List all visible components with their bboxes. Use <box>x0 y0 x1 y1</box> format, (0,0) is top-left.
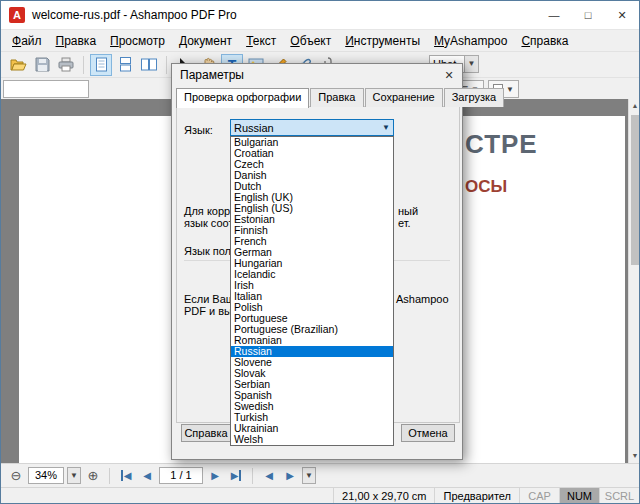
page-size-indicator: 21,00 x 29,70 cm <box>333 488 434 504</box>
dialog-text-fragment: PDF и вы <box>184 305 232 317</box>
zoom-out-button[interactable]: ⊖ <box>7 467 25 485</box>
maximize-icon[interactable]: □ <box>571 1 605 29</box>
language-option[interactable]: Ukrainian <box>231 423 393 434</box>
page-heading-fragment: СТРЕ <box>465 129 538 160</box>
chevron-down-icon[interactable]: ▼ <box>465 55 479 73</box>
language-option[interactable]: Estonian <box>231 214 393 225</box>
caps-lock-indicator: CAP <box>519 488 559 504</box>
menu-Файл[interactable]: Файл <box>5 30 49 52</box>
language-selected-value: Russian <box>234 122 274 134</box>
toolbar-separator <box>166 56 167 74</box>
language-option[interactable]: Portuguese <box>231 313 393 324</box>
app-icon: A <box>9 7 25 23</box>
last-page-button[interactable]: ▶ <box>227 467 245 485</box>
statusbar: 21,00 x 29,70 cm Предварител CAP NUM SCR… <box>1 487 639 504</box>
language-option[interactable]: Spanish <box>231 390 393 401</box>
scroll-up-icon[interactable]: ▲ <box>629 99 640 113</box>
language-option[interactable]: Irish <box>231 280 393 291</box>
language-option[interactable]: Turkish <box>231 412 393 423</box>
next-page-button[interactable]: ▶ <box>206 467 224 485</box>
prev-page-button[interactable]: ◀ <box>138 467 156 485</box>
facing-pages-icon <box>141 57 157 72</box>
settings-dialog: Параметры ✕ Проверка орфографииПравкаСох… <box>171 63 463 460</box>
printer-icon <box>58 57 74 72</box>
language-option[interactable]: Polish <box>231 302 393 313</box>
language-option[interactable]: Dutch <box>231 181 393 192</box>
language-option[interactable]: German <box>231 247 393 258</box>
zoom-dropdown-button[interactable]: ▼ <box>67 467 81 484</box>
language-option[interactable]: Bulgarian <box>231 137 393 148</box>
menu-Объект[interactable]: Объект <box>283 30 338 52</box>
dialog-close-icon[interactable]: ✕ <box>436 64 462 86</box>
page-subheading-fragment: ОСЫ <box>465 177 507 197</box>
language-option[interactable]: Russian <box>231 346 393 357</box>
menu-MyAshampoo[interactable]: MyAshampoo <box>427 30 514 52</box>
language-option[interactable]: English (UK) <box>231 192 393 203</box>
zoom-level[interactable]: 34% <box>28 467 64 484</box>
dialog-text-fragment: ный <box>398 205 418 217</box>
menu-Справка[interactable]: Справка <box>514 30 575 52</box>
first-page-button[interactable]: ◀ <box>117 467 135 485</box>
language-option[interactable]: Danish <box>231 170 393 181</box>
continuous-view-button[interactable] <box>114 54 136 76</box>
language-option[interactable]: Welsh <box>231 434 393 445</box>
facing-view-button[interactable] <box>138 54 160 76</box>
language-option[interactable]: Serbian <box>231 379 393 390</box>
first-page-icon: ◀ <box>121 470 132 481</box>
menu-Правка[interactable]: Правка <box>49 30 104 52</box>
previous-view-button[interactable]: ◀ <box>260 467 278 485</box>
language-option[interactable]: Croatian <box>231 148 393 159</box>
language-option[interactable]: English (US) <box>231 203 393 214</box>
language-option[interactable]: Icelandic <box>231 269 393 280</box>
single-page-view-button[interactable] <box>90 54 112 76</box>
statusbar-spacer <box>1 488 333 504</box>
language-dropdown-list: BulgarianCroatianCzechDanishDutchEnglish… <box>230 136 394 446</box>
print-button[interactable] <box>55 54 77 76</box>
next-view-button[interactable]: ▶ <box>281 467 299 485</box>
open-file-button[interactable] <box>7 54 29 76</box>
language-option[interactable]: Romanian <box>231 335 393 346</box>
view-options-dropdown[interactable]: ▼ <box>302 467 316 484</box>
dialog-titlebar[interactable]: Параметры ✕ <box>172 64 462 86</box>
single-page-icon <box>95 57 108 72</box>
style-field[interactable] <box>3 80 89 98</box>
tab-Проверка орфографии[interactable]: Проверка орфографии <box>176 88 309 108</box>
titlebar: A welcome-rus.pdf - Ashampoo PDF Pro — □… <box>1 1 639 29</box>
menubar: ФайлПравкаПросмотрДокументТекстОбъектИнс… <box>1 29 639 51</box>
chevron-down-icon: ▼ <box>379 123 393 132</box>
navigation-bar: ⊖ 34% ▼ ⊕ ◀ ◀ 1 / 1 ▶ ▶ ◀ ▶ ▼ <box>1 463 639 487</box>
tab-Правка[interactable]: Правка <box>310 88 363 107</box>
tab-Загрузка[interactable]: Загрузка <box>444 88 504 107</box>
folder-open-icon <box>10 57 27 72</box>
language-option[interactable]: Finnish <box>231 225 393 236</box>
close-icon[interactable]: ✕ <box>605 1 639 29</box>
continuous-page-icon <box>119 57 132 72</box>
dialog-text-fragment: Для корр <box>184 205 230 217</box>
scroll-down-icon[interactable]: ▼ <box>629 449 640 463</box>
language-option[interactable]: Italian <box>231 291 393 302</box>
language-combobox[interactable]: Russian ▼ <box>230 119 394 136</box>
minimize-icon[interactable]: — <box>537 1 571 29</box>
scrollbar-thumb[interactable] <box>631 115 640 265</box>
vertical-scrollbar[interactable]: ▲ ▼ <box>628 99 640 463</box>
cancel-button[interactable]: Отмена <box>401 424 455 442</box>
language-option[interactable]: Czech <box>231 159 393 170</box>
language-option[interactable]: Portuguese (Brazilian) <box>231 324 393 335</box>
menu-Документ[interactable]: Документ <box>172 30 239 52</box>
language-option[interactable]: Hungarian <box>231 258 393 269</box>
num-lock-indicator: NUM <box>559 488 599 504</box>
menu-Текст[interactable]: Текст <box>239 30 283 52</box>
language-option[interactable]: Swedish <box>231 401 393 412</box>
dialog-text-fragment: Если Ваш <box>184 293 235 305</box>
menu-Инструменты[interactable]: Инструменты <box>338 30 427 52</box>
language-option[interactable]: Slovak <box>231 368 393 379</box>
zoom-in-button[interactable]: ⊕ <box>84 467 102 485</box>
page-indicator[interactable]: 1 / 1 <box>159 467 203 484</box>
language-option[interactable]: Slovene <box>231 357 393 368</box>
language-option[interactable]: French <box>231 236 393 247</box>
help-button[interactable]: Справка <box>181 424 231 442</box>
dialog-section-fragment: Язык пол <box>184 245 231 257</box>
menu-Просмотр[interactable]: Просмотр <box>103 30 172 52</box>
tab-Сохранение[interactable]: Сохранение <box>365 88 443 107</box>
save-button[interactable] <box>31 54 53 76</box>
